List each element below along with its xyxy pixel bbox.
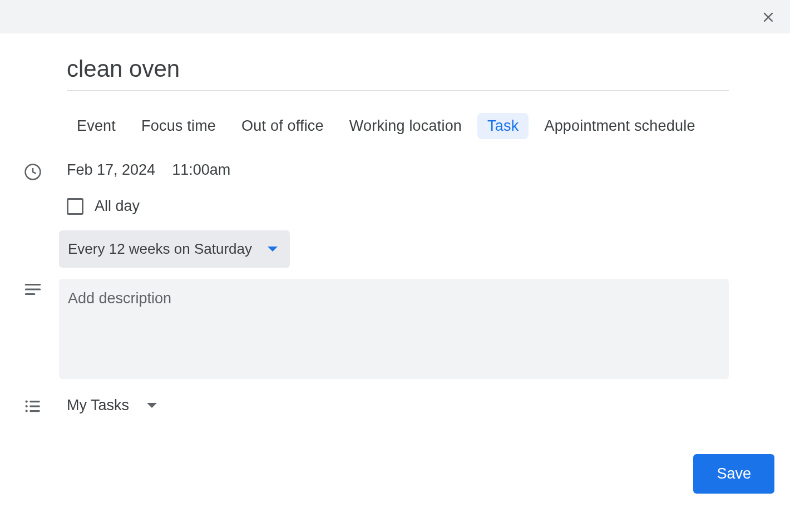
allday-checkbox[interactable] — [67, 198, 83, 215]
allday-label: All day — [95, 198, 140, 215]
tab-task[interactable]: Task — [477, 113, 529, 139]
tab-out-of-office[interactable]: Out of office — [231, 113, 334, 139]
tasklist-dropdown[interactable]: My Tasks — [67, 395, 157, 416]
clock-icon — [22, 161, 67, 181]
svg-rect-9 — [29, 410, 40, 412]
tasklist-icon — [22, 396, 67, 416]
save-button[interactable]: Save — [693, 454, 774, 494]
event-type-tabs: Event Focus time Out of office Working l… — [67, 113, 768, 139]
time-field[interactable]: 11:00am — [172, 161, 230, 179]
recurrence-dropdown[interactable]: Every 12 weeks on Saturday — [59, 230, 290, 268]
tab-appointment-schedule[interactable]: Appointment schedule — [534, 113, 705, 139]
svg-point-4 — [26, 400, 28, 402]
close-button[interactable] — [759, 8, 778, 27]
close-icon — [761, 10, 776, 24]
svg-point-6 — [26, 405, 28, 407]
tasklist-label: My Tasks — [67, 397, 129, 414]
description-input[interactable]: Add description — [59, 279, 729, 379]
svg-point-8 — [26, 410, 28, 412]
task-title-input[interactable] — [67, 56, 729, 91]
recurrence-label: Every 12 weeks on Saturday — [68, 240, 252, 258]
date-field[interactable]: Feb 17, 2024 — [67, 161, 155, 179]
chevron-down-icon — [268, 247, 278, 252]
svg-rect-5 — [29, 401, 40, 402]
tab-focus-time[interactable]: Focus time — [131, 113, 226, 139]
svg-rect-7 — [29, 405, 40, 407]
tab-event[interactable]: Event — [67, 113, 126, 139]
tab-working-location[interactable]: Working location — [339, 113, 472, 139]
dialog-header — [0, 0, 790, 33]
chevron-down-icon — [147, 403, 157, 408]
